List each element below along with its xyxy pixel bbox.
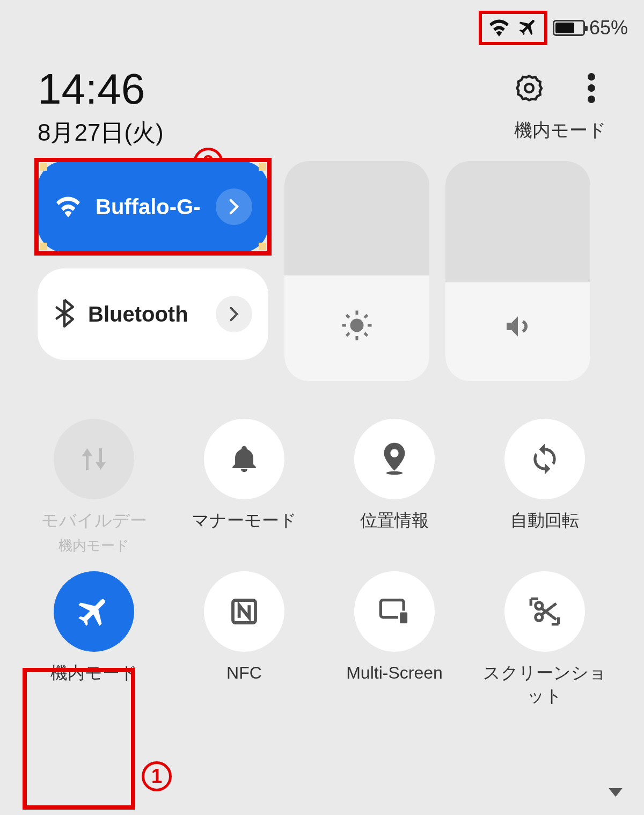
svg-line-12 <box>364 315 367 318</box>
location-pin-icon <box>354 419 435 499</box>
mobile-data-icon <box>54 419 134 499</box>
svg-line-10 <box>364 333 367 336</box>
svg-line-11 <box>347 333 349 336</box>
svg-point-1 <box>588 73 595 81</box>
silent-mode-label: マナーモード <box>192 509 297 532</box>
location-label: 位置情報 <box>360 509 429 532</box>
selection-corner <box>40 243 47 250</box>
wifi-expand-button[interactable] <box>216 188 252 225</box>
expand-arrow-icon[interactable] <box>609 788 623 799</box>
nfc-icon <box>204 571 284 652</box>
status-bar: 65% <box>479 11 628 45</box>
svg-point-3 <box>588 96 595 103</box>
multiscreen-label: Multi-Screen <box>346 661 443 685</box>
svg-point-13 <box>386 471 402 475</box>
auto-rotate-label: 自動回転 <box>510 509 579 532</box>
volume-slider[interactable] <box>445 161 590 381</box>
bluetooth-expand-button[interactable] <box>216 296 252 332</box>
status-highlight-box <box>479 11 547 45</box>
annotation-1: 1 <box>142 761 172 791</box>
nfc-label: NFC <box>226 661 262 685</box>
selection-corner <box>259 163 266 171</box>
time-label: 14:46 <box>38 64 164 114</box>
battery-status: 65% <box>553 17 628 39</box>
volume-icon <box>502 311 534 344</box>
settings-button[interactable] <box>514 73 544 103</box>
brightness-slider[interactable] <box>284 161 429 381</box>
screenshot-label: スクリーンショット <box>483 661 606 708</box>
wifi-icon <box>54 194 83 220</box>
mobile-data-toggle[interactable]: モバイルデー 機内モード <box>21 419 166 555</box>
bluetooth-icon <box>54 299 75 330</box>
scissors-screenshot-icon <box>504 571 585 652</box>
auto-rotate-toggle[interactable]: 自動回転 <box>472 419 617 555</box>
mobile-data-label: モバイルデー <box>41 509 147 532</box>
bell-icon <box>204 419 284 499</box>
battery-percent: 65% <box>589 17 628 39</box>
wifi-status-icon <box>487 17 511 39</box>
wifi-tile[interactable]: Buffalo-G- <box>38 161 268 252</box>
quick-toggle-grid: モバイルデー 機内モード マナーモード 位置情報 自動回転 機内モード NFC <box>21 419 617 708</box>
mobile-data-sublabel: 機内モード <box>58 536 129 555</box>
svg-point-2 <box>588 84 595 92</box>
wifi-label: Buffalo-G- <box>96 195 203 219</box>
bluetooth-tile[interactable]: Bluetooth <box>38 268 268 360</box>
multiscreen-icon <box>354 571 435 652</box>
battery-icon <box>553 20 585 36</box>
airplane-mode-toggle[interactable]: 機内モード <box>21 571 166 708</box>
clock-area[interactable]: 14:46 8月27日(火) <box>38 64 164 149</box>
quick-settings-panel: Buffalo-G- Bluetooth <box>38 161 606 381</box>
svg-line-9 <box>347 315 349 318</box>
svg-rect-16 <box>399 612 408 624</box>
selection-corner <box>40 163 47 171</box>
airplane-icon <box>54 571 134 652</box>
svg-point-0 <box>525 84 533 92</box>
svg-point-4 <box>350 319 364 332</box>
silent-mode-toggle[interactable]: マナーモード <box>172 419 317 555</box>
bluetooth-label: Bluetooth <box>88 302 203 326</box>
selection-corner <box>259 243 266 250</box>
brightness-icon <box>341 309 373 344</box>
multiscreen-toggle[interactable]: Multi-Screen <box>322 571 467 708</box>
overflow-menu-button[interactable] <box>576 73 606 103</box>
airplane-mode-label: 機内モード <box>50 661 137 685</box>
location-toggle[interactable]: 位置情報 <box>322 419 467 555</box>
nfc-toggle[interactable]: NFC <box>172 571 317 708</box>
airplane-status-icon <box>517 16 539 40</box>
screenshot-toggle[interactable]: スクリーンショット <box>472 571 617 708</box>
mode-indicator-label: 機内モード <box>514 118 606 143</box>
date-label: 8月27日(火) <box>38 117 164 149</box>
rotate-icon <box>504 419 585 499</box>
